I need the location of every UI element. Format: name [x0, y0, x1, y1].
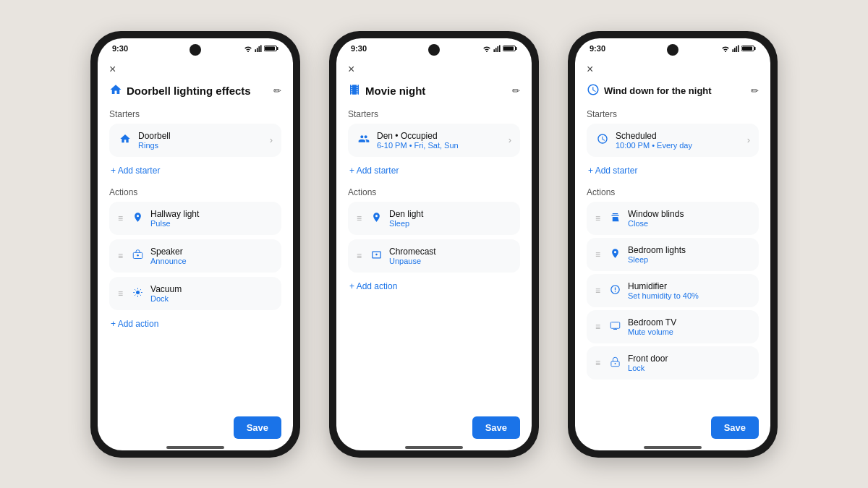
action-subtitle-3-3: Mute volume — [628, 328, 750, 336]
action-card-1-0[interactable]: ≡ Hallway light Pulse — [109, 202, 281, 235]
action-card-3-3[interactable]: ≡ Bedroom TV Mute volume — [587, 310, 759, 343]
action-card-1-2[interactable]: ≡ Vacuum Dock — [109, 277, 281, 310]
action-card-2-1[interactable]: ≡ Chromecast Unpause — [348, 239, 520, 273]
action-text-3-4: Front door Lock — [628, 354, 750, 372]
actions-label-2: Actions — [348, 187, 520, 197]
edit-icon-2[interactable]: ✏ — [512, 85, 520, 96]
drag-icon-1-1: ≡ — [118, 251, 123, 261]
add-starter-button-3[interactable]: + Add starter — [587, 161, 639, 180]
status-bar-2: 9:30 — [336, 38, 532, 56]
svg-rect-22 — [754, 47, 756, 50]
wifi-icon-3 — [721, 45, 730, 52]
starter-icon-1-0 — [118, 133, 132, 147]
action-text-1-2: Vacuum Dock — [150, 284, 273, 303]
svg-rect-1 — [257, 48, 258, 52]
close-button-2[interactable]: × — [348, 63, 520, 76]
action-subtitle-2-1: Unpause — [389, 257, 511, 265]
screen-content-1: × Doorbell lighting effects ✏ Starters D… — [98, 56, 293, 443]
svg-point-8 — [137, 254, 139, 256]
action-title-3-0: Window blinds — [628, 209, 750, 219]
title-row-3: Wind down for the night ✏ — [587, 83, 759, 99]
add-action-button-2[interactable]: + Add action — [348, 277, 399, 296]
edit-icon-1[interactable]: ✏ — [273, 85, 281, 96]
action-card-3-1[interactable]: ≡ Bedroom lights Sleep — [587, 238, 759, 271]
actions-label-1: Actions — [109, 187, 281, 197]
signal-icon-3 — [732, 45, 739, 52]
drag-icon-2-1: ≡ — [357, 251, 362, 261]
starter-icon-2-0 — [357, 133, 371, 147]
action-title-2-1: Chromecast — [389, 247, 511, 257]
status-time-3: 9:30 — [590, 44, 605, 53]
signal-icon — [255, 45, 262, 52]
starters-label-1: Starters — [109, 109, 281, 119]
action-card-2-0[interactable]: ≡ Den light Sleep — [348, 202, 520, 235]
battery-icon-2 — [503, 45, 517, 52]
wifi-icon — [244, 45, 252, 52]
action-icon-3-2 — [608, 284, 622, 297]
starter-card-2-0[interactable]: Den • Occupied 6-10 PM • Fri, Sat, Sun › — [348, 124, 520, 157]
svg-rect-11 — [495, 48, 497, 52]
action-subtitle-3-1: Sleep — [628, 255, 750, 264]
action-subtitle-1-0: Pulse — [150, 219, 273, 228]
action-card-3-4[interactable]: ≡ Front door Lock — [587, 346, 759, 380]
starter-subtitle-1-0: Rings — [138, 141, 264, 150]
add-action-button-1[interactable]: + Add action — [109, 314, 160, 333]
action-subtitle-1-1: Announce — [150, 257, 273, 265]
action-card-3-2[interactable]: ≡ Humidifier Set humidity to 40% — [587, 274, 759, 307]
title-row-1: Doorbell lighting effects ✏ — [109, 83, 281, 99]
status-bar-1: 9:30 — [98, 38, 293, 56]
action-subtitle-2-0: Sleep — [389, 219, 511, 228]
action-subtitle-3-2: Set humidity to 40% — [628, 291, 750, 300]
close-button-1[interactable]: × — [109, 63, 281, 76]
home-indicator-2 — [405, 446, 463, 449]
action-text-2-0: Den light Sleep — [389, 209, 511, 228]
title-row-2: Movie night ✏ — [348, 83, 520, 99]
drag-icon-2-0: ≡ — [357, 213, 362, 223]
add-starter-button-2[interactable]: + Add starter — [348, 161, 400, 180]
edit-icon-3[interactable]: ✏ — [751, 85, 759, 96]
starter-chevron-3-0: › — [747, 134, 750, 145]
action-icon-1-1 — [130, 249, 145, 262]
starter-text-3-0: Scheduled 10:00 PM • Every day — [616, 131, 741, 150]
action-card-1-1[interactable]: ≡ Speaker Announce — [109, 239, 281, 273]
svg-rect-19 — [736, 46, 737, 52]
status-icons-1 — [244, 45, 278, 52]
action-title-3-3: Bedroom TV — [628, 317, 750, 328]
action-title-1-2: Vacuum — [150, 284, 273, 294]
action-title-3-2: Humidifier — [628, 281, 750, 291]
save-button-2[interactable]: Save — [472, 416, 520, 439]
page-title-2: Movie night — [365, 85, 508, 97]
add-starter-button-1[interactable]: + Add starter — [109, 161, 161, 180]
svg-rect-23 — [742, 46, 752, 50]
close-button-3[interactable]: × — [587, 63, 759, 76]
svg-point-26 — [614, 363, 616, 364]
action-text-1-0: Hallway light Pulse — [150, 209, 273, 228]
save-button-1[interactable]: Save — [234, 416, 281, 439]
svg-rect-10 — [493, 49, 495, 52]
starter-card-1-0[interactable]: Doorbell Rings › — [109, 124, 281, 157]
starter-card-3-0[interactable]: Scheduled 10:00 PM • Every day › — [587, 124, 759, 157]
action-icon-3-0 — [608, 212, 622, 225]
drag-icon-3-1: ≡ — [595, 249, 600, 260]
action-text-1-1: Speaker Announce — [150, 247, 273, 265]
action-text-3-2: Humidifier Set humidity to 40% — [628, 281, 750, 300]
status-bar-3: 9:30 — [575, 38, 770, 56]
starter-subtitle-3-0: 10:00 PM • Every day — [616, 141, 741, 150]
actions-label-3: Actions — [587, 187, 759, 197]
starter-chevron-2-0: › — [509, 134, 511, 145]
action-card-3-0[interactable]: ≡ Window blinds Close — [587, 202, 759, 235]
svg-rect-3 — [260, 45, 262, 52]
notch-3 — [667, 44, 678, 56]
drag-icon-3-2: ≡ — [595, 286, 600, 296]
home-indicator-1 — [166, 446, 224, 449]
starter-chevron-1-0: › — [270, 134, 273, 145]
notch-1 — [190, 44, 201, 56]
save-button-3[interactable]: Save — [711, 416, 759, 439]
status-time-2: 9:30 — [351, 44, 367, 53]
screen-content-3: × Wind down for the night ✏ Starters Sch… — [575, 56, 770, 443]
svg-rect-12 — [497, 46, 498, 52]
title-icon-1 — [109, 83, 122, 99]
notch-2 — [428, 44, 440, 56]
svg-rect-15 — [516, 47, 517, 50]
action-icon-1-2 — [130, 287, 145, 300]
